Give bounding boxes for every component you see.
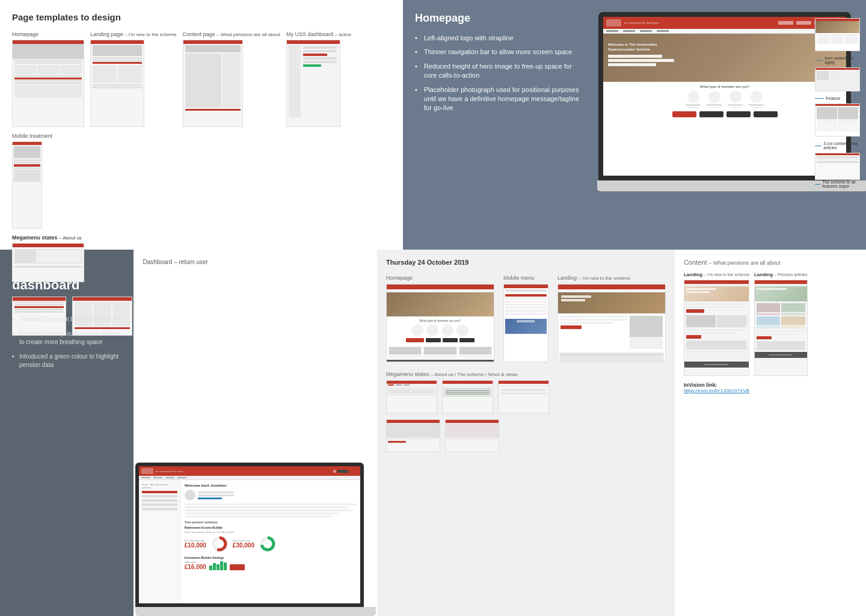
subnav-1 — [606, 30, 618, 32]
wireframe-landing — [90, 40, 144, 127]
site-hero: Welcome to The Universities Superannuati… — [603, 34, 846, 82]
member-title: What type of member are you? — [606, 85, 843, 88]
dash-membership-number — [198, 491, 234, 493]
bar-2 — [213, 563, 216, 570]
thumb-megamenu-section: Megamenu states – About us / The scheme … — [386, 371, 666, 413]
dash-subnav-3 — [165, 477, 174, 478]
dashboard-laptop-mockup: for members for the future — [134, 463, 376, 616]
dash-pension-summary-title: Your pension summary — [185, 520, 357, 524]
dash-sidebar-documents — [142, 499, 177, 502]
bottom-mid-right-panel: Thursday 24 October 2019 Homepage What t… — [377, 250, 675, 616]
wireframe-homepage — [12, 40, 84, 127]
landing-thumbnails-row: Landing – I'm new to the scheme — [684, 272, 857, 376]
template-label-mobile: Mobile treatment — [12, 133, 52, 139]
dash-investment-row: Total value £16,000 — [185, 561, 357, 570]
landing-thumb-2 — [754, 280, 808, 376]
templates-grid: Homepage — [12, 31, 391, 229]
member-type-4 — [749, 91, 764, 108]
top-section: Page templates to design Homepage — [0, 0, 866, 250]
annotation-feature-label: Feature — [815, 96, 860, 100]
annotation-screenshot-1 — [815, 18, 860, 51]
dash-amount-block-2: If you retire now £30,000 — [233, 539, 254, 549]
wireframe-mobile — [12, 141, 42, 229]
thumb-homepage-label: Homepage — [386, 275, 494, 281]
laptop-screen-outer: for members for the future — [598, 12, 851, 180]
template-label-content: Content page – What pensions are all abo… — [183, 31, 280, 37]
landing-thumb-2-label: Landing – Pension articles — [754, 272, 808, 277]
member-icons — [606, 91, 843, 108]
dashboard-bullets: Updated UI design based on feedback Remo… — [12, 315, 121, 369]
template-item-content: Content page – What pensions are all abo… — [183, 31, 280, 127]
dash-retirement-builder: Retirement Income Builder Here's what pe… — [185, 526, 357, 552]
bottom-mid-left-panel: Dashboard – return user for members for … — [134, 250, 376, 616]
content-section-title: Content – What pensions are all about — [684, 259, 857, 266]
invision-link[interactable]: https://invis.io/AY1JG0197XVB — [684, 388, 857, 393]
template-label-homepage: Homepage — [12, 31, 84, 37]
dash-welcome-heading: Welcome back Jonathan — [185, 484, 357, 487]
nav-link-2 — [796, 21, 811, 25]
subnav-4 — [657, 30, 669, 32]
member-type-2 — [707, 91, 722, 108]
dash-bullet-2: Removed 'boxey' outlines and dividers to… — [12, 330, 121, 346]
wireframe-dashboard — [286, 40, 340, 127]
template-item-homepage: Homepage — [12, 31, 84, 127]
site-nav-logo — [606, 19, 621, 26]
bullet-4: Placeholder photograph used for position… — [415, 85, 583, 113]
dash-my-uss — [337, 470, 348, 473]
homepage-panel-title: Homepage — [415, 12, 583, 25]
dash-nav-right — [333, 470, 358, 473]
megamenu-label: Megamenu states – About us — [12, 235, 391, 241]
dash-subnav-2 — [153, 477, 162, 478]
landing-thumb-2-wrapper: Landing – Pension articles — [754, 272, 808, 376]
member-type-1 — [686, 91, 701, 108]
dashboard-section-title: Dashboard – return user — [143, 259, 367, 265]
invision-label: InVision link: — [684, 382, 857, 388]
annotation-screenshot-3 — [815, 103, 860, 137]
template-label-dashboard: My USS dashboard – active — [286, 31, 351, 37]
dash-main-content: Welcome back Jonathan — [181, 480, 360, 603]
megamenu-extra-states — [386, 419, 666, 452]
bar-1 — [209, 565, 212, 570]
landing-thumb-1 — [684, 280, 749, 376]
bullet-2: Thinner navigation bar to allow more scr… — [415, 48, 583, 57]
dash-site-nav: for members for the future — [139, 466, 360, 476]
template-item-mobile: Mobile treatment — [12, 133, 52, 229]
dash-subnav-1 — [141, 477, 150, 478]
optimise-btn — [726, 111, 751, 117]
subnav-2 — [623, 30, 635, 32]
page-templates-title: Page templates to design — [12, 12, 391, 22]
dash-sidebar-nominations — [142, 504, 177, 506]
active-btn — [699, 111, 723, 117]
dash-sidebar-investments — [142, 495, 177, 497]
hero-text: Welcome to The Universities Superannuati… — [608, 43, 674, 66]
annotation-3col-label: 3-col content area articles — [815, 141, 860, 150]
thumb-landing-section: Landing – I'm new to the scheme — [557, 275, 666, 362]
thumb-mobile-section: Mobile menu — [503, 275, 548, 362]
dash-investment-builder: Investment Builder Savings Total value £… — [185, 556, 357, 570]
dash-subnav-4 — [177, 477, 186, 478]
sub-nav — [603, 29, 846, 34]
bullet-1: Left-aligned logo with strapline — [415, 34, 583, 43]
dash-laptop-base-wrapper — [135, 607, 376, 616]
dash-user-row — [185, 490, 357, 500]
dash-bullet-1: Updated UI design based on feedback — [12, 315, 121, 324]
thumb-megamenu-label: Megamenu states – About us / The scheme … — [386, 371, 666, 377]
megamenu-state-5 — [445, 419, 499, 452]
nav-link-1 — [778, 21, 793, 25]
wireframe-content — [183, 40, 243, 127]
bar-3 — [216, 564, 220, 570]
homepage-bullets: Left-aligned logo with strapline Thinner… — [415, 34, 583, 113]
thumb-homepage-section: Homepage What type of member are you? — [386, 275, 494, 362]
dash-laptop-inner-screen: for members for the future — [139, 466, 360, 603]
dash-investment-amount: Total value £16,000 — [185, 561, 206, 570]
member-buttons — [606, 111, 843, 117]
dash-sub-nav — [139, 476, 360, 480]
dash-sidebar-income-builder — [142, 491, 177, 493]
thumb-landing-img — [557, 284, 666, 362]
landing-thumb-1-label: Landing – I'm new to the scheme — [684, 272, 749, 277]
annotations-panel: Icon variants to apply Feature — [815, 18, 860, 191]
thumb-homepage-img: What type of member are you? — [386, 284, 494, 362]
dash-laptop-base — [135, 607, 376, 616]
dash-login — [349, 470, 358, 473]
thumb-landing-label: Landing – I'm new to the scheme — [557, 275, 666, 281]
